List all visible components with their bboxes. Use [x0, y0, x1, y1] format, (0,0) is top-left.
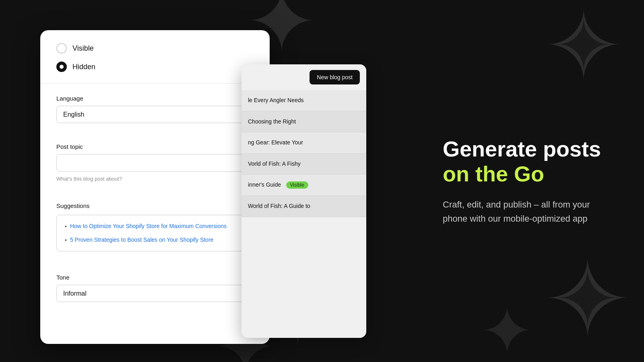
tone-section: Tone Informal Formal Friendly Profession… [40, 263, 270, 302]
post-topic-input[interactable] [56, 154, 254, 172]
suggestion-link-1[interactable]: How to Optimize Your Shopify Store for M… [70, 222, 227, 230]
blog-item-title-6: World of Fish: A Guide to [248, 203, 310, 209]
post-topic-section: Post topic What's this blog post about? [40, 132, 270, 182]
deco-star-bottom-center [483, 306, 531, 354]
tone-select[interactable]: Informal Formal Friendly Professional [56, 285, 254, 302]
visible-badge: Visible [286, 181, 308, 189]
language-section: Language English French Spanish German ⇅ [40, 84, 270, 123]
marketing-heading-line1: Generate posts [443, 137, 601, 161]
deco-star-bottom-right [547, 257, 628, 338]
blog-item-title-5: inner's Guide [248, 181, 281, 188]
marketing-body: Craft, edit, and publish – all from your… [443, 197, 612, 226]
post-topic-label: Post topic [56, 143, 254, 150]
form-card: Visible Hidden Language English French S… [40, 30, 270, 344]
tone-select-wrapper: Informal Formal Friendly Professional ⇅ [56, 285, 254, 302]
hidden-radio-circle [56, 62, 67, 72]
bullet-icon-1: • [65, 223, 67, 230]
suggestions-list: • How to Optimize Your Shopify Store for… [65, 222, 245, 244]
suggestion-item-1: • How to Optimize Your Shopify Store for… [65, 222, 245, 230]
blog-item-3[interactable]: ng Gear: Elevate Your [242, 132, 366, 154]
visible-radio-circle [56, 43, 67, 53]
language-label: Language [56, 95, 254, 102]
suggestion-item-2: • 5 Proven Strategies to Boost Sales on … [65, 236, 245, 244]
suggestions-box: • How to Optimize Your Shopify Store for… [56, 215, 254, 251]
marketing-heading-line2: on the Go [443, 162, 544, 186]
blog-item-title-4: Vorld of Fish: A Fishy [248, 160, 301, 167]
blog-item-6[interactable]: World of Fish: A Guide to [242, 196, 366, 217]
blog-item-1[interactable]: le Every Angler Needs [242, 90, 366, 111]
post-topic-hint: What's this blog post about? [56, 176, 122, 182]
hidden-radio-label: Hidden [72, 63, 95, 71]
bullet-icon-2: • [65, 237, 67, 243]
blog-item-5[interactable]: inner's Guide Visible [242, 175, 366, 196]
blog-item-title-3: ng Gear: Elevate Your [248, 139, 303, 146]
blog-item-2[interactable]: Choosing the Right [242, 111, 366, 133]
blog-panel-header: New blog post [242, 64, 366, 90]
suggestions-label: Suggestions [56, 202, 254, 209]
deco-star-top-right [547, 8, 620, 80]
blog-item-4[interactable]: Vorld of Fish: A Fishy [242, 154, 366, 175]
blog-panel: New blog post le Every Angler Needs Choo… [242, 64, 366, 338]
blog-list: le Every Angler Needs Choosing the Right… [242, 90, 366, 217]
marketing-section: Generate posts on the Go Craft, edit, an… [443, 136, 612, 226]
hidden-radio-item[interactable]: Hidden [56, 62, 254, 72]
blog-item-title-1: le Every Angler Needs [248, 97, 304, 103]
language-select[interactable]: English French Spanish German [56, 106, 254, 123]
suggestion-link-2[interactable]: 5 Proven Strategies to Boost Sales on Yo… [70, 236, 213, 244]
marketing-heading: Generate posts on the Go [443, 136, 612, 186]
new-blog-post-button[interactable]: New blog post [310, 70, 360, 84]
suggestions-section: Suggestions • How to Optimize Your Shopi… [40, 191, 270, 251]
visibility-radio-group: Visible Hidden [40, 30, 270, 83]
visible-radio-item[interactable]: Visible [56, 43, 254, 53]
visible-radio-label: Visible [72, 44, 94, 53]
tone-label: Tone [56, 274, 254, 281]
blog-item-title-2: Choosing the Right [248, 118, 296, 125]
language-select-wrapper: English French Spanish German ⇅ [56, 106, 254, 123]
